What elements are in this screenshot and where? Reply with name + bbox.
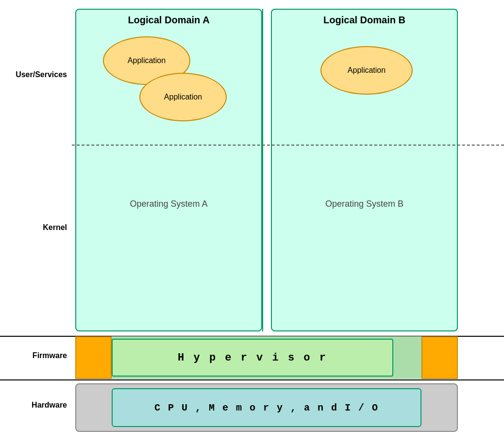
hypervisor-label: H y p e r v i s o r (178, 352, 327, 364)
domain-b-title: Logical Domain B (272, 15, 457, 26)
domain-vertical-divider (262, 9, 263, 331)
domain-a-title: Logical Domain A (76, 15, 261, 26)
domain-b-os-label: Operating System B (272, 199, 457, 209)
label-user-services: User/Services (4, 70, 67, 79)
dashed-separator (72, 145, 504, 146)
domain-a-box: Logical Domain A Application Application… (75, 9, 262, 331)
domain-b-box: Logical Domain B Application Operating S… (271, 9, 458, 331)
label-kernel: Kernel (4, 223, 67, 232)
domain-a-app2: Application (139, 73, 227, 121)
firmware-bottom-line (0, 379, 504, 380)
hypervisor-box: H y p e r v i s o r (112, 339, 393, 377)
orange-block-right (421, 336, 458, 379)
diagram-container: User/Services Kernel Firmware Hardware L… (0, 0, 504, 444)
orange-block-left (75, 336, 112, 379)
cpu-box: C P U , M e m o r y , a n d I / O (112, 388, 421, 427)
cpu-label: C P U , M e m o r y , a n d I / O (154, 402, 379, 413)
domain-a-os-label: Operating System A (76, 199, 261, 209)
label-firmware: Firmware (4, 351, 67, 360)
label-hardware: Hardware (4, 401, 67, 410)
domain-b-app1: Application (320, 46, 413, 95)
